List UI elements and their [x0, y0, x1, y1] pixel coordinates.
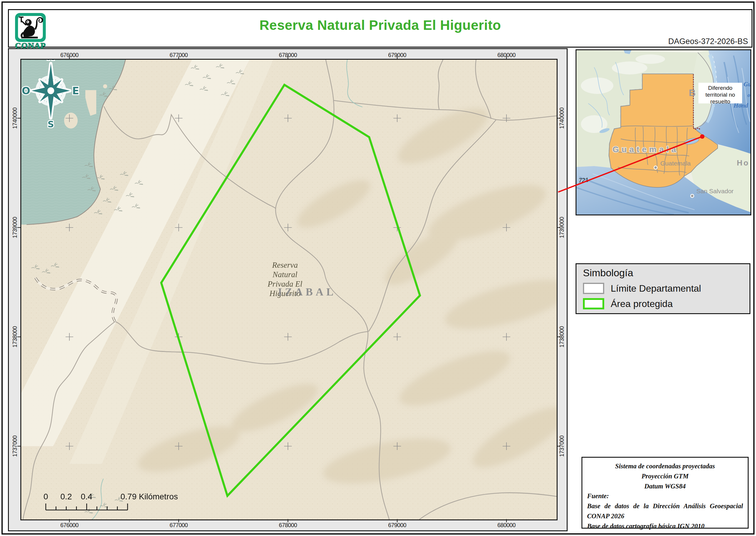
grid-label-x: 678000 [279, 521, 297, 529]
conap-monkey-icon: CONAP [13, 13, 48, 50]
sea-label: Gu [743, 81, 750, 88]
legend-title: Simbología [583, 267, 749, 279]
legend-item-label: Área protegida [611, 298, 673, 309]
grid-label-x: 680000 [497, 521, 516, 529]
belize-label: B [689, 87, 695, 98]
source-title: Fuente: [587, 491, 743, 501]
legend-item-protected-area: Área protegida [583, 298, 749, 309]
dispute-note-line: resuelto [710, 98, 730, 105]
legend: Simbología Límite Departamental Área pro… [576, 263, 750, 314]
scale-label: 0.4 [81, 492, 92, 501]
grid-label-x: 679000 [388, 521, 406, 529]
departmental-limit-swatch [583, 283, 604, 294]
road-number-label: 721 [578, 176, 588, 184]
capital-city-dot [654, 166, 657, 169]
page-title: Reserva Natural Privada El Higuerito [259, 17, 501, 33]
projection-line: Datum WGS84 [587, 481, 743, 491]
city-dot [691, 194, 694, 198]
sea-label: o [747, 92, 750, 98]
source-line: Base de datos cartografía básica IGN 201… [587, 521, 743, 531]
reserve-label-line: Natural [272, 270, 298, 279]
inset-map-svg: B Gu o Hond Diferendo territorial no res… [577, 50, 750, 215]
map-metadata-box: Sistema de coordenadas proyectadas Proye… [582, 457, 749, 529]
dispute-note-line: Diferendo [708, 85, 732, 91]
source-line: Base de datos de la Dirección Análisis G… [587, 501, 743, 521]
projection-line: Sistema de coordenadas proyectadas [587, 461, 743, 471]
compass-e: E [72, 85, 79, 97]
document-id: DAGeos-372-2026-BS [668, 37, 748, 46]
compass-s: S [47, 119, 54, 129]
inset-locator-map: B Gu o Hond Diferendo territorial no res… [576, 50, 751, 216]
conap-logo-text: CONAP [15, 41, 46, 50]
scale-label: 0.2 [61, 492, 72, 501]
projection-line: Proyección GTM [587, 471, 743, 481]
compass-o: O [22, 85, 30, 97]
map-canvas: Reserva Natural Privada El Higuerito IZA… [20, 59, 557, 520]
basemap: Reserva Natural Privada El Higuerito IZA… [21, 60, 557, 519]
header: CONAP Reserva Natural Privada El Higueri… [8, 9, 752, 48]
country-label: Guatemala [613, 145, 678, 154]
grid-label-x: 676000 [60, 521, 79, 529]
legend-item-label: Límite Departamental [611, 283, 701, 294]
compass-n: N [47, 60, 55, 62]
grid-label-x: 677000 [170, 521, 188, 529]
scale-label: 0.79 Kilómetros [120, 492, 178, 501]
scale-label: 0 [44, 492, 48, 501]
honduras-label: Ho [737, 158, 749, 167]
capital-city-label: Guatemala [660, 160, 691, 167]
dispute-note-line: territorial no [706, 92, 735, 98]
conap-logo: CONAP [13, 13, 48, 51]
protected-area-swatch [583, 298, 604, 309]
reserve-label-line: Reserva [272, 261, 298, 269]
city-label: San Salvador [696, 187, 734, 194]
legend-item-departmental: Límite Departamental [583, 283, 749, 294]
department-label: IZABAL [278, 286, 336, 298]
